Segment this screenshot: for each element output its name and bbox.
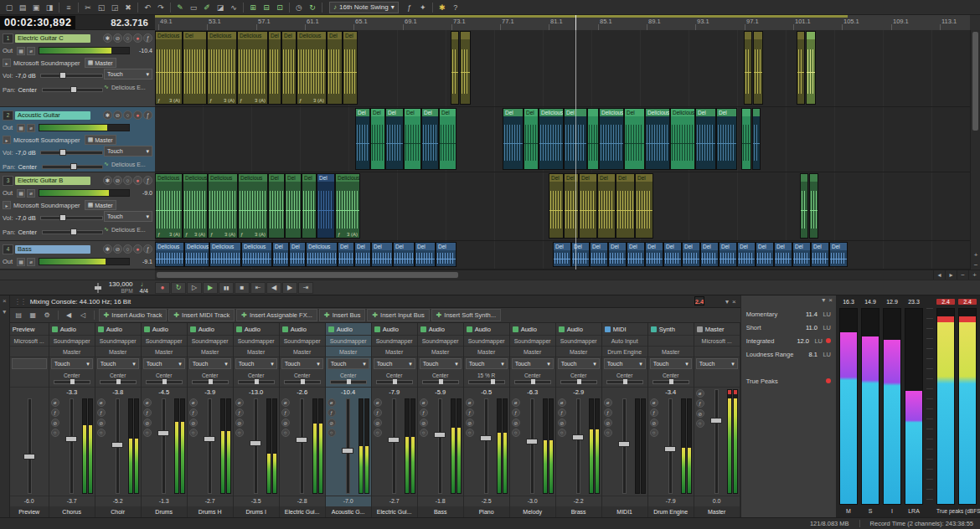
strip-automation-button[interactable]: Touch▾ [558, 358, 600, 369]
audio-clip[interactable]: Del [183, 31, 207, 105]
strip-pan-slider[interactable] [514, 380, 551, 384]
strip-bus[interactable]: Master [464, 347, 509, 357]
audio-clip[interactable]: Del [327, 31, 343, 105]
strip-pan-thumb[interactable] [70, 379, 75, 384]
audio-clip[interactable]: Del [281, 31, 297, 105]
strip-name[interactable]: Choir [95, 506, 141, 517]
save-project-icon[interactable]: ▣ [29, 2, 43, 13]
strip-pan[interactable]: Center [280, 370, 325, 388]
audio-clip[interactable]: Del [811, 242, 829, 267]
strip-automation-button[interactable]: Touch▾ [604, 358, 646, 369]
insert-button-insert-bus[interactable]: ✚Insert Bus [319, 309, 365, 321]
audio-clip[interactable]: Deliciousƒ3 (A) [237, 31, 268, 105]
strip-fader[interactable] [523, 397, 541, 496]
strip-name[interactable]: Chorus [49, 506, 95, 517]
next-marker-button[interactable]: ▶ [282, 282, 297, 294]
vertical-scrollbar-thumb[interactable] [972, 32, 978, 131]
track-device-name[interactable]: Microsoft Soundmapper [13, 136, 80, 144]
track-freeze-icon[interactable]: ✱ [103, 110, 112, 120]
pan-slider[interactable] [42, 88, 103, 92]
horizontal-scrollbar-thumb[interactable] [157, 272, 458, 278]
strip-pan[interactable]: Center [326, 370, 371, 388]
solo-icon[interactable]: ○ [97, 429, 106, 437]
strip-automation-button[interactable]: Touch▾ [696, 358, 738, 369]
audio-clip[interactable]: Del [436, 242, 456, 267]
strip-pan-slider[interactable] [192, 380, 229, 384]
strip-bus[interactable]: Master [556, 347, 601, 357]
strip-device[interactable]: Soundmapper [510, 336, 555, 347]
audio-clip[interactable]: Delicious [241, 242, 272, 267]
audio-clip[interactable]: Del [597, 173, 616, 239]
strip-fader-thumb[interactable] [250, 440, 261, 446]
strip-pan[interactable]: Center [556, 370, 601, 388]
fx-icon[interactable]: ƒ [650, 408, 658, 417]
phase-icon[interactable]: ø [27, 258, 35, 266]
audio-clip[interactable]: Del [737, 242, 756, 267]
strip-fader[interactable] [615, 397, 633, 496]
zoom-in-horizontal-icon[interactable]: + [968, 270, 980, 280]
strip-pan-slider[interactable] [146, 380, 183, 384]
pause-button[interactable]: ▮▮ [219, 282, 234, 294]
audio-clip[interactable]: Deliciousƒ3 (A) [207, 31, 237, 105]
audio-clip[interactable] [797, 31, 805, 105]
fx-icon[interactable]: ƒ [235, 408, 244, 417]
volume-slider[interactable] [40, 216, 103, 220]
strip-name[interactable]: Preview [10, 506, 49, 517]
audio-clip[interactable]: Deliciousƒ3 (A) [155, 173, 183, 239]
strip-pan[interactable]: 15 % R [464, 370, 509, 388]
fx-icon[interactable]: ƒ [51, 408, 59, 417]
solo-icon[interactable]: ○ [604, 429, 612, 437]
strip-fader[interactable] [12, 397, 47, 496]
strip-automation-button[interactable]: Touch▾ [51, 358, 93, 369]
track-fx-icon[interactable]: ƒ [143, 33, 152, 43]
strip-fader-thumb[interactable] [664, 446, 676, 452]
insert-button-insert-audio-track[interactable]: ✚Insert Audio Track [99, 309, 168, 321]
strip-bus[interactable] [10, 347, 49, 357]
audio-clip[interactable]: Del [624, 108, 645, 170]
strip-pan-slider[interactable] [606, 380, 643, 384]
audio-clip[interactable]: Del [627, 242, 645, 267]
strip-pan-slider[interactable] [652, 380, 689, 384]
strip-pan[interactable]: Center [372, 370, 417, 388]
solo-icon[interactable]: ○ [143, 429, 152, 437]
track-fx-chain[interactable]: ∿Delicious E... [104, 161, 152, 167]
track-fx-icon[interactable]: ƒ [143, 244, 152, 254]
channel-strip[interactable]: AudioSoundmapperMasterTouch▾Center-5.9øƒ… [418, 323, 464, 517]
snap-grid-half-icon[interactable]: ⊟ [260, 2, 273, 13]
strip-automation-button[interactable]: Touch▾ [235, 358, 277, 369]
invert-phase-icon[interactable]: ø [143, 398, 152, 407]
clip-fx-badge[interactable]: ƒ [210, 232, 213, 237]
strip-pan-thumb[interactable] [301, 379, 305, 384]
audio-clip[interactable]: Del [268, 31, 281, 105]
mute-icon[interactable]: ⊘ [696, 409, 704, 418]
fx-icon[interactable]: ƒ [189, 408, 198, 417]
new-project-icon[interactable]: ▢ [3, 2, 16, 13]
mixer-properties-icon[interactable]: ⚙ [41, 310, 54, 321]
solo-icon[interactable]: ○ [328, 429, 336, 437]
insert-button-insert-input-bus[interactable]: ✚Insert Input Bus [367, 309, 429, 321]
channel-strip[interactable]: AudioSoundmapperMasterTouch▾Center-4.5øƒ… [142, 323, 188, 517]
clip-fx-badge[interactable]: ƒ [240, 98, 242, 103]
mute-icon[interactable]: ⊘ [189, 419, 198, 427]
strip-pan-slider[interactable] [54, 380, 90, 384]
invert-phase-icon[interactable]: ø [650, 398, 658, 407]
audio-clip[interactable]: Deliciousƒ3 (A) [208, 173, 238, 239]
insert-button-insert-assignable-fx[interactable]: ✚Insert Assignable FX... [236, 309, 317, 321]
zoom-out-horizontal-icon[interactable]: − [957, 270, 968, 280]
strip-fader-thumb[interactable] [296, 437, 307, 443]
automation-mode-button[interactable]: Touch▾ [104, 211, 152, 222]
strip-name[interactable]: Drum Engine [648, 506, 694, 517]
audio-clip[interactable]: Del [439, 108, 456, 170]
audio-clip[interactable]: Del [524, 108, 539, 170]
volume-slider[interactable] [40, 151, 103, 155]
mixer-menu-icon[interactable]: ▾ [725, 298, 729, 306]
strip-name[interactable]: Acoustic G... [326, 506, 371, 517]
fx-icon[interactable]: ƒ [420, 408, 428, 417]
strip-bus[interactable]: Drum Engine [602, 347, 647, 357]
audio-clip[interactable]: Del [317, 173, 335, 239]
fx-icon[interactable]: ƒ [604, 408, 612, 417]
routing-icon[interactable]: ▦ [17, 258, 25, 266]
strip-fader[interactable] [384, 397, 403, 496]
strip-name[interactable]: Brass [556, 506, 601, 517]
strip-bus[interactable] [694, 347, 740, 357]
